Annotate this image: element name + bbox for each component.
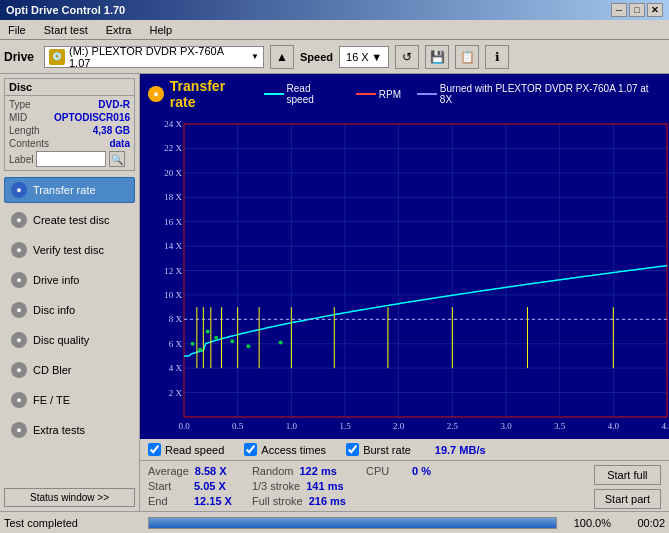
legend-read-speed: Read speed: [264, 83, 340, 105]
start-part-btn[interactable]: Start part: [594, 489, 661, 509]
disc-mid-row: MID OPTODISCR016: [9, 112, 130, 123]
transfer-rate-chart: [148, 116, 669, 439]
chart-title-area: ● Transfer rate: [148, 78, 254, 110]
checkbox-access-times-input[interactable]: [244, 443, 257, 456]
checkbox-access-times: Access times: [244, 443, 326, 456]
menu-help[interactable]: Help: [145, 23, 176, 37]
checkbox-read-speed: Read speed: [148, 443, 224, 456]
stat-full-stroke-val: 216 ms: [309, 495, 346, 507]
stat-random-val: 122 ms: [300, 465, 337, 477]
stat-1-3-stroke: 1/3 stroke 141 ms: [252, 480, 346, 492]
chart-header: ● Transfer rate Read speed RPM Burned wi…: [140, 74, 669, 114]
sidebar: Disc Type DVD-R MID OPTODISCR016 Length …: [0, 74, 140, 511]
legend-burned: Burned with PLEXTOR DVDR PX-760A 1.07 at…: [417, 83, 661, 105]
progress-bar-fill: [149, 518, 556, 528]
menu-file[interactable]: File: [4, 23, 30, 37]
info-btn[interactable]: ℹ: [485, 45, 509, 69]
refresh-btn[interactable]: ↺: [395, 45, 419, 69]
status-text: Test completed: [4, 517, 144, 529]
nav-fe-te[interactable]: ● FE / TE: [4, 387, 135, 413]
stat-random: Random 122 ms: [252, 465, 346, 477]
legend-color-rpm: [356, 93, 376, 95]
copy-btn[interactable]: 📋: [455, 45, 479, 69]
disc-type-label: Type: [9, 99, 31, 110]
drive-name: (M:) PLEXTOR DVDR PX-760A 1.07: [69, 45, 247, 69]
main-layout: Disc Type DVD-R MID OPTODISCR016 Length …: [0, 74, 669, 511]
disc-info-table: Type DVD-R MID OPTODISCR016 Length 4,38 …: [5, 96, 134, 170]
disc-label-input[interactable]: [36, 151, 106, 167]
legend-rpm: RPM: [356, 83, 401, 105]
nav-icon-extra-tests: ●: [11, 422, 27, 438]
disc-contents-row: Contents data: [9, 138, 130, 149]
stat-end: End 12.15 X: [148, 495, 232, 507]
chart-container: [140, 114, 669, 439]
status-percent: 100.0%: [561, 517, 611, 529]
stat-full-stroke-label: Full stroke: [252, 495, 303, 507]
legend-color-read-speed: [264, 93, 284, 95]
disc-label-row: Label 🔍: [9, 151, 130, 167]
checkbox-access-times-label: Access times: [261, 444, 326, 456]
status-window-btn[interactable]: Status window >>: [4, 488, 135, 507]
disc-type-val: DVD-R: [98, 99, 130, 110]
stat-1-3-stroke-label: 1/3 stroke: [252, 480, 300, 492]
statusbar: Test completed 100.0% 00:02: [0, 511, 669, 533]
drive-label: Drive: [4, 50, 34, 64]
nav-disc-info[interactable]: ● Disc info: [4, 297, 135, 323]
nav-icon-disc-quality: ●: [11, 332, 27, 348]
nav-icon-cd-bler: ●: [11, 362, 27, 378]
toolbar: Drive 💿 (M:) PLEXTOR DVDR PX-760A 1.07 ▼…: [0, 40, 669, 74]
checkbox-read-speed-label: Read speed: [165, 444, 224, 456]
nav-drive-info[interactable]: ● Drive info: [4, 267, 135, 293]
save-btn[interactable]: 💾: [425, 45, 449, 69]
maximize-button[interactable]: □: [629, 3, 645, 17]
close-button[interactable]: ✕: [647, 3, 663, 17]
nav-verify-test-disc[interactable]: ● Verify test disc: [4, 237, 135, 263]
minimize-button[interactable]: ─: [611, 3, 627, 17]
drive-dropdown[interactable]: 💿 (M:) PLEXTOR DVDR PX-760A 1.07 ▼: [44, 46, 264, 68]
status-time: 00:02: [615, 517, 665, 529]
menu-extra[interactable]: Extra: [102, 23, 136, 37]
toolbar-arrow-btn[interactable]: ▲: [270, 45, 294, 69]
nav-icon-disc-info: ●: [11, 302, 27, 318]
speed-value: 16 X: [346, 51, 369, 63]
stat-1-3-stroke-val: 141 ms: [306, 480, 343, 492]
disc-length-label: Length: [9, 125, 40, 136]
stat-average-val: 8.58 X: [195, 465, 227, 477]
chart-title: Transfer rate: [170, 78, 254, 110]
nav-icon-create-test-disc: ●: [11, 212, 27, 228]
stat-average: Average 8.58 X: [148, 465, 232, 477]
menu-start-test[interactable]: Start test: [40, 23, 92, 37]
drive-icon: 💿: [49, 49, 65, 65]
stat-random-label: Random: [252, 465, 294, 477]
nav-transfer-rate[interactable]: ● Transfer rate: [4, 177, 135, 203]
start-full-btn[interactable]: Start full: [594, 465, 661, 485]
disc-label-icon-btn[interactable]: 🔍: [109, 151, 125, 167]
checkbox-read-speed-input[interactable]: [148, 443, 161, 456]
nav-disc-quality[interactable]: ● Disc quality: [4, 327, 135, 353]
stat-cpu-val: 0 %: [412, 465, 431, 477]
disc-mid-label: MID: [9, 112, 27, 123]
nav-icon-fe-te: ●: [11, 392, 27, 408]
nav-cd-bler[interactable]: ● CD Bler: [4, 357, 135, 383]
nav-label-fe-te: FE / TE: [33, 394, 70, 406]
nav-create-test-disc[interactable]: ● Create test disc: [4, 207, 135, 233]
stat-start-val: 5.05 X: [194, 480, 226, 492]
disc-mid-val: OPTODISCR016: [54, 112, 130, 123]
nav-label-cd-bler: CD Bler: [33, 364, 72, 376]
disc-type-row: Type DVD-R: [9, 99, 130, 110]
nav-extra-tests[interactable]: ● Extra tests: [4, 417, 135, 443]
stat-end-val: 12.15 X: [194, 495, 232, 507]
stats-col-2: Random 122 ms 1/3 stroke 141 ms Full str…: [252, 465, 346, 509]
disc-panel-title: Disc: [5, 79, 134, 96]
chart-footer: Read speed Access times Burst rate 19.7 …: [140, 439, 669, 460]
titlebar-buttons: ─ □ ✕: [611, 3, 663, 17]
titlebar-title: Opti Drive Control 1.70: [6, 4, 125, 16]
nav-label-verify-test-disc: Verify test disc: [33, 244, 104, 256]
nav-icon-drive-info: ●: [11, 272, 27, 288]
checkbox-burst-rate-input[interactable]: [346, 443, 359, 456]
chart-icon: ●: [148, 86, 164, 102]
legend-label-burned: Burned with PLEXTOR DVDR PX-760A 1.07 at…: [440, 83, 661, 105]
nav-icon-transfer-rate: ●: [11, 182, 27, 198]
speed-dropdown[interactable]: 16 X ▼: [339, 46, 389, 68]
nav-label-disc-info: Disc info: [33, 304, 75, 316]
